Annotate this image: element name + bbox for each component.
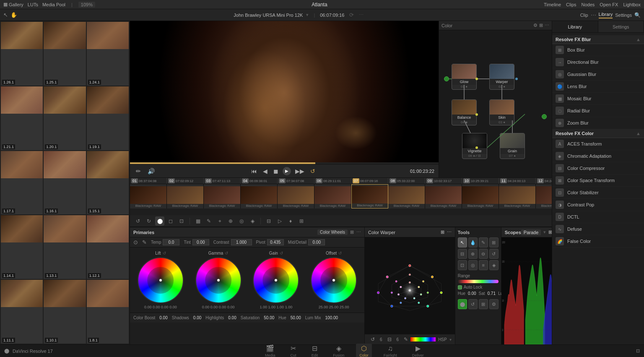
gain-reset[interactable]: ↺ bbox=[280, 251, 283, 255]
pivot-input[interactable] bbox=[267, 239, 284, 245]
flatten-tool[interactable]: ≡ bbox=[479, 260, 488, 270]
tint-input[interactable] bbox=[192, 239, 209, 245]
gallery-item[interactable]: 1.24.1 bbox=[87, 22, 129, 86]
play-button[interactable]: ▶ bbox=[283, 167, 291, 175]
warper-link[interactable]: ⊟ bbox=[385, 335, 394, 344]
box-tool[interactable]: ⊞ bbox=[489, 237, 499, 248]
fx-false-color[interactable]: 🌈 False Color bbox=[552, 235, 644, 248]
gallery-item[interactable]: 1.20.1 bbox=[44, 86, 86, 150]
fx-color-collapse[interactable]: ▲ bbox=[636, 131, 641, 136]
offset-wheel-control[interactable] bbox=[311, 257, 357, 303]
nav-edit[interactable]: ⊟ Edit bbox=[308, 344, 322, 357]
fx-color-space[interactable]: ⊠ Color Space Transform bbox=[552, 175, 644, 187]
nodes-menu-icon[interactable]: ⋯ bbox=[545, 23, 549, 28]
cursor-tool[interactable]: ↖ bbox=[458, 237, 467, 248]
color-dot-tool[interactable]: ⬤ bbox=[458, 299, 467, 309]
gallery-item[interactable]: 1.12.1 bbox=[87, 215, 129, 279]
gallery-item[interactable]: 1.16.1 bbox=[44, 151, 86, 215]
tl-clip-active[interactable]: Blackmagic RAW bbox=[351, 184, 388, 208]
gallery-item[interactable]: 1.13.1 bbox=[44, 215, 86, 279]
gallery-button[interactable]: ▦ Gallery bbox=[3, 2, 23, 7]
scope-chevron[interactable]: ▾ bbox=[543, 229, 546, 235]
audio-button[interactable]: 🔊 bbox=[146, 167, 156, 175]
node-glow[interactable]: Glow 01 ● bbox=[452, 64, 477, 90]
gallery-item[interactable]: 1.17.1 bbox=[1, 151, 43, 215]
clips-button[interactable]: Clips bbox=[566, 2, 576, 7]
open-fx-button[interactable]: Open FX bbox=[600, 2, 618, 7]
warper-pencil[interactable]: ✎ bbox=[401, 335, 410, 344]
tool-a[interactable]: ▦ bbox=[193, 216, 203, 226]
range-bar[interactable] bbox=[458, 280, 499, 283]
tl-clip[interactable]: Blackmagic RAW bbox=[536, 184, 552, 208]
brush-tool[interactable]: ✎ bbox=[479, 237, 488, 248]
tool-e[interactable]: ◎ bbox=[237, 216, 246, 226]
gamma-reset[interactable]: ↺ bbox=[225, 251, 228, 255]
fx-mosaic-blur[interactable]: ▦ Mosaic Blur bbox=[552, 93, 644, 105]
tracker-icon[interactable]: ⊡ bbox=[177, 216, 186, 226]
keyframe-tool[interactable]: ◈ bbox=[489, 260, 499, 270]
tool-f[interactable]: ◈ bbox=[248, 216, 257, 226]
warper-reset[interactable]: ↺ bbox=[368, 335, 377, 344]
gallery-item[interactable]: 1.25.1 bbox=[44, 22, 86, 86]
gallery-item[interactable]: 1.11.1 bbox=[1, 280, 43, 344]
scope-expand[interactable]: ⊞ bbox=[548, 229, 552, 235]
gallery-item[interactable]: 1.14.1 bbox=[1, 215, 43, 279]
tl-clip[interactable]: Blackmagic RAW bbox=[425, 184, 462, 208]
tl-clip[interactable]: Blackmagic RAW bbox=[314, 184, 351, 208]
nav-color[interactable]: ⬡ Color bbox=[356, 344, 372, 357]
gallery-item[interactable]: 1.8.1 bbox=[87, 280, 129, 344]
nodes-settings-icon[interactable]: ⚙ bbox=[533, 23, 538, 28]
library-tab-right[interactable]: Library bbox=[552, 21, 598, 32]
mask-icon[interactable]: ◻ bbox=[166, 216, 175, 226]
tool-j[interactable]: ⊞ bbox=[297, 216, 306, 226]
nav-fusion[interactable]: ◈ Fusion bbox=[330, 344, 348, 357]
nav-deliver[interactable]: ▶ Deliver bbox=[409, 344, 427, 357]
tl-clip[interactable]: Blackmagic RAW bbox=[241, 184, 278, 208]
fx-color-compressor[interactable]: ⊟ Color Compressor bbox=[552, 162, 644, 175]
pencil-icon[interactable]: ✎ bbox=[142, 239, 147, 245]
lift-reset[interactable]: ↺ bbox=[163, 251, 166, 255]
search-icon[interactable]: 🔍 bbox=[634, 12, 641, 18]
nodes-expand-icon[interactable]: ⊞ bbox=[539, 23, 543, 28]
tl-clip[interactable]: Blackmagic RAW bbox=[278, 184, 314, 208]
fx-aces[interactable]: A ACES Transform bbox=[552, 138, 644, 150]
node-balance[interactable]: Balance 04 ■ bbox=[452, 99, 477, 125]
settings-tool[interactable]: ⚙ bbox=[489, 299, 499, 309]
warper-menu[interactable]: ⋯ bbox=[447, 229, 452, 235]
warper-canvas[interactable] bbox=[365, 237, 455, 334]
gallery-item[interactable]: 1.19.1 bbox=[87, 86, 129, 150]
gallery-item[interactable]: 1.21.1 bbox=[1, 86, 43, 150]
node-grain[interactable]: Grain 07 ● bbox=[500, 133, 525, 159]
fx-radial-blur[interactable]: ◌ Radial Blur bbox=[552, 105, 644, 117]
middetail-input[interactable] bbox=[308, 239, 325, 245]
color-mode-icon[interactable]: ⬤ bbox=[155, 216, 164, 226]
fx-blur-collapse[interactable]: ▲ bbox=[636, 37, 641, 42]
node-vignette[interactable]: Vignette 06 ●✓⊟ bbox=[462, 133, 487, 159]
offset-reset[interactable]: ↺ bbox=[338, 251, 342, 255]
warp-tool[interactable]: ⊡ bbox=[458, 260, 467, 270]
fx-dctl[interactable]: D DCTL bbox=[552, 211, 644, 223]
tool-g[interactable]: ⊟ bbox=[264, 216, 273, 226]
contrast-input[interactable] bbox=[231, 239, 252, 245]
cw-expand[interactable]: ⊞ bbox=[350, 229, 354, 235]
lift-wheel-control[interactable] bbox=[138, 257, 184, 303]
settings-tab[interactable]: Settings bbox=[615, 13, 632, 18]
settings-tab-right[interactable]: Settings bbox=[598, 21, 644, 32]
color-wheels-mode[interactable]: Color Wheels bbox=[317, 229, 348, 235]
fx-zoom-blur[interactable]: ⊕ Zoom Blur bbox=[552, 117, 644, 129]
gallery-item[interactable]: 1.26.1 bbox=[1, 22, 43, 86]
media-pool-button[interactable]: Media Pool bbox=[42, 2, 65, 7]
tool-h[interactable]: ▷ bbox=[275, 216, 284, 226]
lightbox-button[interactable]: Lightbox bbox=[623, 2, 641, 7]
tl-clip[interactable]: Blackmagic RAW bbox=[499, 184, 536, 208]
prev-frame-button[interactable]: ◀ bbox=[261, 167, 269, 175]
fx-defuse[interactable]: ∿ Defuse bbox=[552, 223, 644, 235]
fx-contrast-pop[interactable]: ◑ Contrast Pop bbox=[552, 199, 644, 211]
timeline-button[interactable]: Timeline bbox=[544, 2, 561, 7]
fx-box-blur[interactable]: ⊞ Box Blur bbox=[552, 44, 644, 56]
tool-b[interactable]: ✎ bbox=[204, 216, 213, 226]
tl-clip[interactable]: Blackmagic RAW bbox=[204, 184, 241, 208]
hsp-dropdown[interactable]: ▾ bbox=[449, 337, 452, 342]
tl-clip[interactable]: Blackmagic RAW bbox=[388, 184, 425, 208]
cw-menu[interactable]: ⋯ bbox=[356, 229, 361, 235]
